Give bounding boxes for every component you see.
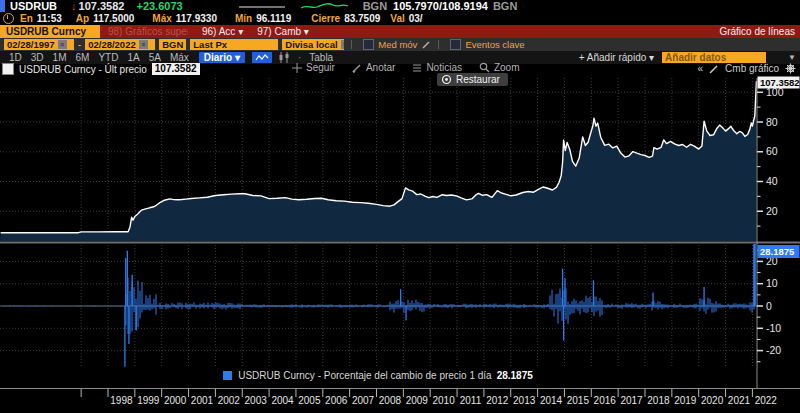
range-tab-1d[interactable]: 1D [9,52,22,63]
menu-item-camb[interactable]: 97) Camb ▾ [257,26,309,37]
chart-canvas[interactable]: 20406080100-20-1001020199819992000200120… [0,64,800,413]
pencil-icon[interactable] [709,64,719,74]
stat-label: Máx [152,13,171,24]
svg-text:80: 80 [766,116,778,128]
svg-text:2003: 2003 [245,395,268,406]
svg-text:2006: 2006 [325,395,348,406]
quick-add-button[interactable]: + Añadir rápido ▾ [579,52,654,63]
candle-chart-type-icon[interactable] [278,52,290,63]
price-down-arrow-icon: ↓ [71,0,77,12]
svg-text:40: 40 [766,175,778,187]
alert-clock-icon[interactable] [3,13,14,24]
stat-label: Ap [76,13,89,24]
series-label: USDRUB Curncy - Porcentaje del cambio de… [238,370,491,381]
date-separator: - [78,39,81,50]
date-to-input[interactable]: 02/28/2022 ≡ [85,39,155,50]
calendar-icon[interactable]: ≡ [58,40,67,49]
pencil-icon[interactable] [421,40,431,50]
change-series [2,244,755,367]
svg-text:2002: 2002 [218,395,241,406]
svg-text:2007: 2007 [352,395,375,406]
scroll-down-icon[interactable]: ▼ [788,53,796,62]
news-icon [412,63,422,73]
svg-text:2008: 2008 [379,395,402,406]
calendar-icon[interactable]: ≡ [139,40,148,49]
gear-icon[interactable] [785,63,796,74]
svg-text:2020: 2020 [701,395,724,406]
flat-sparkline [239,1,287,11]
key-events-label: Eventos clave [465,39,524,50]
settings-toolbar: 02/28/1997 ≡ - 02/28/2022 ≡ BGN Last Px … [0,38,800,51]
series-color-swatch [223,371,232,380]
field-select[interactable]: Last Px [190,39,278,50]
chart-settings-controls: « Cmb gráfico [692,63,796,74]
change-chart-button[interactable]: Cmb gráfico [725,63,779,74]
date-from-input[interactable]: 02/28/1997 ≡ [4,39,74,50]
date-to-value: 02/28/2022 [88,39,136,50]
svg-text:2005: 2005 [298,395,321,406]
svg-text:0: 0 [766,300,772,312]
dropdown-icon[interactable]: ≡ [341,40,345,49]
range-tab-ytd[interactable]: YTD [98,52,118,63]
ticker: USDRUB [10,0,57,12]
zoom-button[interactable]: Zoom [479,62,520,73]
security-tab[interactable]: USDRUB Curncy [0,25,100,38]
news-button[interactable]: Noticias [412,62,462,73]
series-label: USDRUB Curncy - Últ precio [19,64,147,75]
range-tab-5a[interactable]: 5A [149,52,161,63]
source-label: BGN [493,0,517,12]
stat-value: 83.7509 [344,13,380,24]
stat-value: 03/ [409,13,423,24]
moving-average-label: Med móv [378,39,417,50]
price-legend: USDRUB Curncy - Últ precio 107.3582 [2,63,200,75]
range-tab-1m[interactable]: 1M [53,52,67,63]
divider [438,40,439,49]
collapse-icon[interactable]: « [698,63,704,74]
last-price-badge: 107.3582 [152,63,200,75]
svg-text:1998: 1998 [110,395,133,406]
range-tabs: 1D3D1M6MYTD1A5AMáx [0,52,189,63]
magnifier-icon [479,62,490,73]
svg-text:2021: 2021 [728,395,751,406]
quote-bar: USDRUB ↓ 107.3582 +23.6073 BGN 105.7970/… [0,0,800,12]
annotate-button[interactable]: Anotar [352,62,395,73]
divider [351,40,352,49]
source-select[interactable]: BGN [159,39,186,50]
stat-label: Cierre [311,13,340,24]
svg-text:2011: 2011 [460,395,482,406]
moving-average-checkbox[interactable] [363,39,374,50]
add-data-input[interactable]: Añadir datos [662,52,766,63]
restore-button[interactable]: Restaurar [437,73,508,86]
svg-text:2015: 2015 [567,395,590,406]
last-change-badge: 28.1875 [497,370,533,381]
stat-value: 96.1119 [256,13,291,24]
range-tab-máx[interactable]: Máx [170,52,189,63]
crosshair-icon [292,63,302,73]
svg-text:2001: 2001 [191,395,214,406]
stat-value: 11:53 [37,13,62,24]
stat-value: 117.9330 [176,13,217,24]
range-tab-6m[interactable]: 6M [76,52,90,63]
screen-title: Gráfico de líneas [719,26,795,37]
currency-select[interactable]: Divisa local ≡ [282,39,344,50]
svg-text:2012: 2012 [486,395,509,406]
intraday-sparkline [301,0,349,12]
date-from-value: 02/28/1997 [7,39,55,50]
svg-text:28.1875: 28.1875 [760,246,795,257]
line-chart-type-icon[interactable] [252,52,272,63]
period-select[interactable]: Diario ▾ [199,52,245,63]
range-tab-1a[interactable]: 1A [127,52,139,63]
range-tab-3d[interactable]: 3D [31,52,44,63]
stat-label: En [20,13,33,24]
security-flag-icon [0,0,5,12]
pencil-icon [352,63,362,73]
svg-text:-20: -20 [766,344,781,356]
stat-label: Mín [235,13,252,24]
svg-text:2009: 2009 [406,395,429,406]
stat-label: Val [390,13,404,24]
svg-text:2004: 2004 [271,395,294,406]
menu-item-acc[interactable]: 96) Acc ▾ [202,26,243,37]
series-checkbox[interactable] [2,63,14,75]
follow-button[interactable]: Seguir [292,62,335,73]
key-events-checkbox[interactable] [450,39,461,50]
